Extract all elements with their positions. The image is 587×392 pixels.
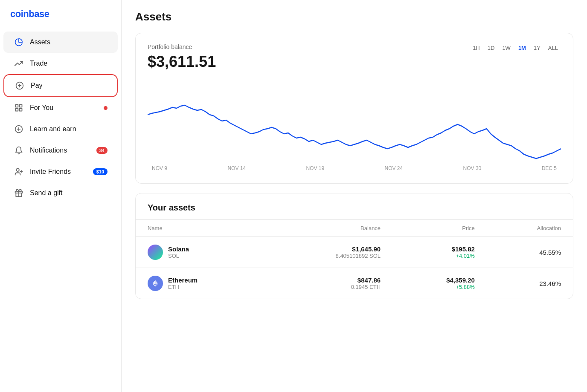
assets-table: Name Balance Price Allocation xyxy=(136,220,573,299)
col-header-balance: Balance xyxy=(269,220,393,237)
eth-name: Ethereum xyxy=(168,277,198,284)
portfolio-chart: NOV 9 NOV 14 NOV 19 NOV 24 NOV 30 DEC 5 xyxy=(148,78,561,172)
portfolio-card: Portfolio balance 1H 1D 1W 1M 1Y ALL $3,… xyxy=(135,33,573,184)
time-filter-1w[interactable]: 1W xyxy=(499,43,514,52)
assets-table-header-row: Name Balance Price Allocation xyxy=(136,220,573,237)
for-you-dot xyxy=(104,106,108,110)
eth-name-group: Ethereum ETH xyxy=(168,277,198,290)
time-filter-all[interactable]: ALL xyxy=(545,43,561,52)
sol-stripes xyxy=(152,246,159,259)
logo[interactable]: coinbase xyxy=(0,9,121,32)
eth-name-cell: Ethereum ETH xyxy=(136,268,269,299)
sidebar-item-trade[interactable]: Trade xyxy=(3,53,118,74)
gift-icon xyxy=(14,188,24,198)
sidebar: coinbase Assets Trade xyxy=(0,0,122,392)
page-title: Assets xyxy=(135,10,573,23)
svg-marker-16 xyxy=(153,280,155,285)
eth-price-change: +5.88% xyxy=(404,284,475,290)
sidebar-item-notifications[interactable]: Notifications 34 xyxy=(3,140,118,161)
sidebar-item-notifications-label: Notifications xyxy=(30,147,90,154)
time-filter-group: 1H 1D 1W 1M 1Y ALL xyxy=(470,43,561,52)
sidebar-item-invite-friends-label: Invite Friends xyxy=(30,168,87,176)
sidebar-item-trade-label: Trade xyxy=(30,60,108,67)
eth-allocation-cell: 23.46% xyxy=(487,268,573,299)
chart-label-nov30: NOV 30 xyxy=(463,165,482,171)
sol-allocation-cell: 45.55% xyxy=(487,237,573,268)
svg-rect-6 xyxy=(20,109,22,111)
col-header-allocation: Allocation xyxy=(487,220,573,237)
svg-marker-17 xyxy=(155,284,158,286)
sidebar-item-invite-friends[interactable]: Invite Friends $10 xyxy=(3,161,118,182)
notifications-badge: 34 xyxy=(96,147,108,154)
chart-label-nov19: NOV 19 xyxy=(306,165,324,171)
sidebar-item-for-you[interactable]: For You xyxy=(3,97,118,118)
time-filter-1h[interactable]: 1H xyxy=(470,43,483,52)
chart-svg xyxy=(148,78,561,164)
table-row-eth[interactable]: Ethereum ETH $847.86 0.1945 ETH $4,359.2… xyxy=(136,268,573,299)
sol-balance-usd: $1,645.90 xyxy=(281,245,381,253)
sol-asset-info: Solana SOL xyxy=(148,245,257,260)
eth-balance-token: 0.1945 ETH xyxy=(281,284,381,290)
eth-balance-usd: $847.86 xyxy=(281,277,381,284)
sol-price-cell: $195.82 +4.01% xyxy=(392,237,487,268)
chart-label-nov24: NOV 24 xyxy=(385,165,403,171)
assets-table-head: Name Balance Price Allocation xyxy=(136,220,573,237)
eth-balance-cell: $847.86 0.1945 ETH xyxy=(269,268,393,299)
main-content: Assets Portfolio balance 1H 1D 1W 1M 1Y … xyxy=(122,0,587,392)
svg-marker-15 xyxy=(155,280,158,285)
sidebar-item-learn-earn[interactable]: Learn and earn xyxy=(3,118,118,140)
portfolio-header: Portfolio balance 1H 1D 1W 1M 1Y ALL xyxy=(148,43,561,50)
chart-x-labels: NOV 9 NOV 14 NOV 19 NOV 24 NOV 30 DEC 5 xyxy=(148,165,561,171)
sol-price: $195.82 xyxy=(404,245,475,253)
time-filter-1m[interactable]: 1M xyxy=(515,43,529,52)
sidebar-item-assets-label: Assets xyxy=(30,38,108,46)
sidebar-item-pay-label: Pay xyxy=(31,82,107,89)
svg-marker-18 xyxy=(153,284,155,286)
sol-name: Solana xyxy=(168,245,189,253)
user-plus-icon xyxy=(14,167,24,177)
col-header-price: Price xyxy=(392,220,487,237)
svg-rect-4 xyxy=(20,105,22,107)
assets-card-header: Your assets xyxy=(136,193,573,220)
sol-name-group: Solana SOL xyxy=(168,245,189,259)
assets-card: Your assets Name Balance Price Allocatio… xyxy=(135,193,573,299)
eth-price: $4,359.20 xyxy=(404,277,475,284)
sidebar-item-send-gift-label: Send a gift xyxy=(30,189,108,197)
grid-icon xyxy=(14,103,24,113)
eth-price-cell: $4,359.20 +5.88% xyxy=(392,268,487,299)
sol-allocation: 45.55% xyxy=(499,249,561,256)
pie-chart-icon xyxy=(14,37,24,47)
logo-text: coinbase xyxy=(10,9,49,19)
time-filter-1d[interactable]: 1D xyxy=(485,43,498,52)
sol-icon xyxy=(148,245,163,260)
portfolio-value: $3,611.51 xyxy=(148,53,561,71)
chart-line xyxy=(148,105,561,159)
eth-icon xyxy=(148,276,163,291)
time-filter-1y[interactable]: 1Y xyxy=(531,43,543,52)
sol-balance-cell: $1,645.90 8.405101892 SOL xyxy=(269,237,393,268)
sol-balance-token: 8.405101892 SOL xyxy=(281,253,381,259)
plus-circle-icon xyxy=(14,124,24,134)
col-header-name: Name xyxy=(136,220,269,237)
sidebar-item-learn-earn-label: Learn and earn xyxy=(30,125,108,133)
chart-label-dec5: DEC 5 xyxy=(542,165,557,171)
sidebar-item-send-gift[interactable]: Send a gift xyxy=(3,182,118,204)
invite-friends-badge: $10 xyxy=(93,168,108,175)
eth-allocation: 23.46% xyxy=(499,280,561,287)
chart-label-nov9: NOV 9 xyxy=(152,165,167,171)
eth-ticker: ETH xyxy=(168,284,198,290)
chart-label-nov14: NOV 14 xyxy=(227,165,246,171)
bell-icon xyxy=(14,145,24,156)
eth-asset-info: Ethereum ETH xyxy=(148,276,257,291)
svg-rect-5 xyxy=(16,109,18,111)
assets-table-body: Solana SOL $1,645.90 8.405101892 SOL $19… xyxy=(136,237,573,299)
assets-title: Your assets xyxy=(148,203,561,213)
svg-rect-3 xyxy=(16,105,18,107)
pay-icon xyxy=(15,81,25,91)
trending-up-icon xyxy=(14,58,24,69)
sidebar-item-pay[interactable]: Pay xyxy=(3,74,118,97)
table-row-sol[interactable]: Solana SOL $1,645.90 8.405101892 SOL $19… xyxy=(136,237,573,268)
sol-price-change: +4.01% xyxy=(404,253,475,259)
sidebar-nav: Assets Trade Pay xyxy=(0,32,121,392)
sidebar-item-assets[interactable]: Assets xyxy=(3,32,118,53)
